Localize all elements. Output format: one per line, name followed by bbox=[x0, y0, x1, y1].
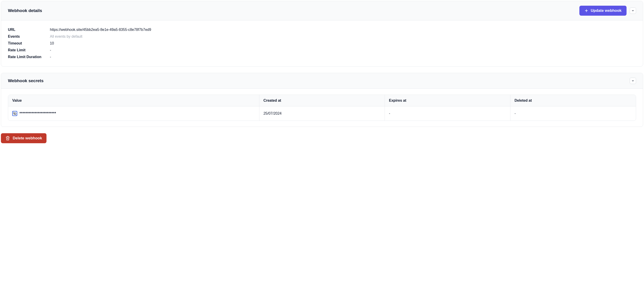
delete-webhook-button[interactable]: Delete webhook bbox=[1, 133, 46, 143]
trash-icon bbox=[6, 136, 10, 141]
col-header-expires-at: Expires at bbox=[385, 95, 510, 106]
secrets-table: Value Created at Expires at Deleted at bbox=[8, 95, 636, 121]
delete-webhook-label: Delete webhook bbox=[13, 136, 42, 141]
detail-row-rate-limit-duration: Rate Limit Duration - bbox=[8, 54, 636, 60]
col-header-deleted-at: Deleted at bbox=[510, 95, 636, 106]
secret-masked-value: ************************ bbox=[20, 111, 56, 116]
detail-value-rate-limit: - bbox=[50, 48, 51, 52]
table-row: ************************ 25/07/2024 - - bbox=[8, 106, 636, 121]
cell-value: ************************ bbox=[8, 106, 259, 121]
detail-row-url: URL https://webhook.site/45bb2ea5-8e1e-4… bbox=[8, 26, 636, 33]
col-header-value: Value bbox=[8, 95, 259, 106]
update-webhook-label: Update webhook bbox=[591, 9, 622, 13]
detail-row-rate-limit: Rate Limit - bbox=[8, 47, 636, 54]
chevron-down-icon bbox=[632, 9, 634, 12]
webhook-details-body: URL https://webhook.site/45bb2ea5-8e1e-4… bbox=[1, 21, 643, 66]
cell-expires-at: - bbox=[385, 106, 510, 121]
detail-value-rate-limit-duration: - bbox=[50, 55, 51, 59]
detail-label: Events bbox=[8, 35, 50, 39]
detail-label: Timeout bbox=[8, 41, 50, 45]
detail-row-events: Events All events by default bbox=[8, 33, 636, 40]
webhook-details-header: Webhook details Update webhook bbox=[1, 1, 643, 21]
eye-off-icon bbox=[13, 112, 16, 115]
webhook-details-title: Webhook details bbox=[8, 8, 42, 13]
webhook-secrets-card: Webhook secrets Value Created at Expires… bbox=[1, 73, 643, 127]
webhook-secrets-header: Webhook secrets bbox=[1, 73, 643, 89]
cell-created-at: 25/07/2024 bbox=[259, 106, 385, 121]
webhook-details-actions: Update webhook bbox=[579, 6, 636, 16]
detail-value-events: All events by default bbox=[50, 35, 82, 39]
detail-row-timeout: Timeout 10 bbox=[8, 40, 636, 47]
plus-icon bbox=[584, 9, 588, 13]
detail-label: Rate Limit bbox=[8, 48, 50, 52]
update-webhook-button[interactable]: Update webhook bbox=[579, 6, 626, 16]
webhook-secrets-title: Webhook secrets bbox=[8, 78, 44, 83]
webhook-secrets-actions bbox=[630, 78, 636, 84]
details-expand-toggle[interactable] bbox=[630, 8, 636, 14]
secrets-table-wrap: Value Created at Expires at Deleted at bbox=[8, 95, 636, 121]
detail-label: Rate Limit Duration bbox=[8, 55, 50, 59]
reveal-secret-button[interactable] bbox=[12, 111, 17, 116]
detail-label: URL bbox=[8, 28, 50, 32]
webhook-secrets-body: Value Created at Expires at Deleted at bbox=[1, 89, 643, 127]
col-header-created-at: Created at bbox=[259, 95, 385, 106]
chevron-down-icon bbox=[632, 79, 634, 82]
cell-deleted-at: - bbox=[510, 106, 636, 121]
webhook-details-card: Webhook details Update webhook URL https… bbox=[1, 1, 643, 67]
detail-value-timeout: 10 bbox=[50, 41, 54, 45]
detail-value-url: https://webhook.site/45bb2ea5-8e1e-49a5-… bbox=[50, 28, 151, 32]
secrets-expand-toggle[interactable] bbox=[630, 78, 636, 84]
